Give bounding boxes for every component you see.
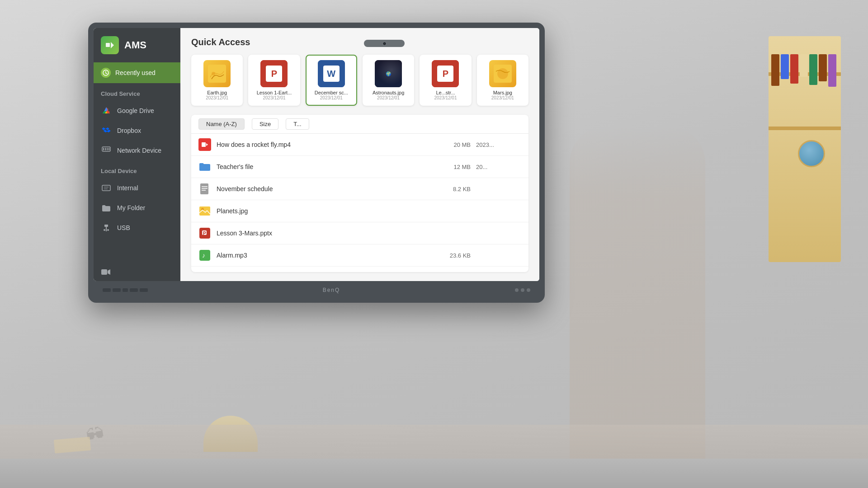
- sidebar-item-dropbox[interactable]: Dropbox: [94, 121, 180, 141]
- thumb-lesson1-name: Lesson 1-Eart...: [254, 90, 294, 95]
- ams-title: AMS: [124, 39, 146, 51]
- port-4: [130, 288, 138, 292]
- sidebar-item-usb-label: USB: [117, 224, 130, 231]
- svg-rect-17: [106, 227, 107, 231]
- thumb-lesson2-name: Le...str...: [425, 90, 466, 95]
- sidebar-item-recently-used[interactable]: Recently used: [94, 62, 180, 83]
- quick-access-title: Quick Access: [191, 37, 528, 47]
- thumb-astronauts[interactable]: 🌍 Astronauts.jpg 2023/12/01: [363, 55, 414, 106]
- globe-decor: [798, 140, 825, 167]
- thumb-lesson2-date: 2023/12/01: [434, 95, 457, 100]
- port-5: [140, 288, 148, 292]
- file-name-teachers-file: Teacher's file: [217, 163, 429, 170]
- file-row-planets[interactable]: Planets.jpg: [191, 200, 528, 222]
- desk-surface: [0, 425, 868, 461]
- thumb-lesson2-icon: P: [432, 60, 459, 87]
- thumb-lesson1-date: 2023/12/01: [263, 95, 285, 100]
- google-drive-icon: [101, 105, 112, 116]
- recently-used-label: Recently used: [115, 69, 156, 76]
- thumb-word-icon: W: [318, 60, 345, 87]
- thumb-lesson2[interactable]: P Le...str... 2023/12/01: [420, 55, 471, 106]
- monitor-screen: AMS Recently used Cloud Service: [94, 28, 539, 281]
- svg-point-18: [104, 229, 105, 231]
- file-size-november-schedule: 8.2 KB: [434, 186, 471, 192]
- file-name-video: How does a rocket fly.mp4: [217, 141, 429, 148]
- thumb-mars-date: 2023/12/01: [491, 95, 514, 100]
- sidebar-item-usb[interactable]: USB: [94, 218, 180, 238]
- svg-rect-12: [108, 148, 109, 150]
- thumb-earth-date: 2023/12/01: [206, 95, 228, 100]
- sidebar-item-google-drive-label: Google Drive: [117, 107, 154, 114]
- svg-marker-1: [111, 42, 114, 48]
- thumb-earth-name: Earth.jpg: [197, 90, 237, 95]
- file-name-alarm: Alarm.mp3: [217, 252, 429, 259]
- cloud-service-section-title: Cloud Service: [94, 83, 180, 101]
- internal-storage-icon: [101, 183, 112, 193]
- video-file-icon: [198, 138, 211, 151]
- file-row-lesson3-mars[interactable]: P Lesson 3-Mars.pptx: [191, 222, 528, 244]
- sidebar-item-my-folder-label: My Folder: [117, 204, 145, 211]
- bottom-video-icon[interactable]: [101, 268, 173, 276]
- sidebar-item-internal-label: Internal: [117, 184, 138, 192]
- svg-rect-10: [105, 148, 106, 150]
- indicator-dot-1: [515, 288, 519, 292]
- sort-by-type-button[interactable]: T...: [286, 118, 309, 130]
- folder-icon: [101, 202, 112, 213]
- file-size-alarm: 23.6 KB: [434, 252, 471, 259]
- svg-point-25: [497, 68, 508, 79]
- svg-rect-26: [202, 142, 206, 147]
- indicator-dot-3: [527, 288, 530, 292]
- svg-point-23: [212, 72, 215, 75]
- file-date-teachers-file: 20...: [476, 164, 521, 170]
- sidebar-item-google-drive[interactable]: Google Drive: [94, 101, 180, 121]
- file-size-teachers-file: 12 MB: [434, 164, 471, 170]
- file-row-teachers-file[interactable]: Teacher's file 12 MB 20...: [191, 156, 528, 178]
- monitor-bottom-bar: BenQ: [94, 281, 539, 299]
- sidebar-item-network-device[interactable]: Network Device: [94, 141, 180, 160]
- thumb-earth-jpg[interactable]: Earth.jpg 2023/12/01: [191, 55, 243, 106]
- sidebar-item-my-folder[interactable]: My Folder: [94, 198, 180, 218]
- svg-marker-27: [206, 143, 208, 146]
- thumb-lesson1-icon: P: [260, 60, 288, 87]
- thumb-astronauts-icon: 🌍: [375, 60, 402, 87]
- audio-file-icon: ♪: [198, 249, 211, 262]
- thumb-mars[interactable]: Mars.jpg 2023/12/01: [477, 55, 528, 106]
- file-row-video[interactable]: How does a rocket fly.mp4 20 MB 2023...: [191, 134, 528, 156]
- local-device-section-title: Local Device: [94, 160, 180, 178]
- sort-by-size-button[interactable]: Size: [252, 118, 278, 130]
- network-device-icon: [101, 145, 112, 156]
- thumb-mars-icon: [489, 60, 516, 87]
- file-row-alarm[interactable]: ♪ Alarm.mp3 23.6 KB: [191, 244, 528, 267]
- monitor-brand-label: BenQ: [323, 287, 340, 293]
- svg-text:P: P: [203, 231, 206, 236]
- svg-point-19: [107, 229, 109, 231]
- clock-icon: [101, 68, 111, 78]
- svg-rect-20: [101, 269, 107, 275]
- thumb-december-name: December sc...: [311, 90, 352, 95]
- image-file-icon: [198, 205, 211, 217]
- folder-file-icon: [198, 160, 211, 173]
- dropbox-icon: [101, 125, 112, 136]
- thumb-astronauts-date: 2023/12/01: [377, 95, 400, 100]
- thumb-lesson1[interactable]: P Lesson 1-Eart... 2023/12/01: [248, 55, 300, 106]
- indicator-dot-2: [521, 288, 524, 292]
- sidebar-item-dropbox-label: Dropbox: [117, 127, 141, 134]
- sort-by-name-button[interactable]: Name (A-Z): [198, 118, 245, 130]
- monitor-ports: [103, 288, 148, 292]
- file-row-november-schedule[interactable]: November schedule 8.2 KB: [191, 178, 528, 200]
- webcam: [364, 40, 405, 47]
- svg-rect-16: [104, 225, 108, 227]
- webcam-lens: [382, 42, 387, 46]
- svg-marker-21: [108, 269, 110, 275]
- books-decoration: [771, 54, 836, 87]
- svg-text:♪: ♪: [202, 252, 205, 259]
- port-3: [123, 288, 128, 292]
- ams-icon: [101, 36, 119, 54]
- sidebar: AMS Recently used Cloud Service: [94, 28, 180, 281]
- thumb-december-schedule[interactable]: W December sc... 2023/12/01: [306, 55, 357, 106]
- ams-header: AMS: [94, 28, 180, 62]
- file-size-video: 20 MB: [434, 141, 471, 148]
- file-name-planets: Planets.jpg: [217, 207, 429, 215]
- sidebar-item-internal[interactable]: Internal: [94, 178, 180, 198]
- file-name-november-schedule: November schedule: [217, 185, 429, 192]
